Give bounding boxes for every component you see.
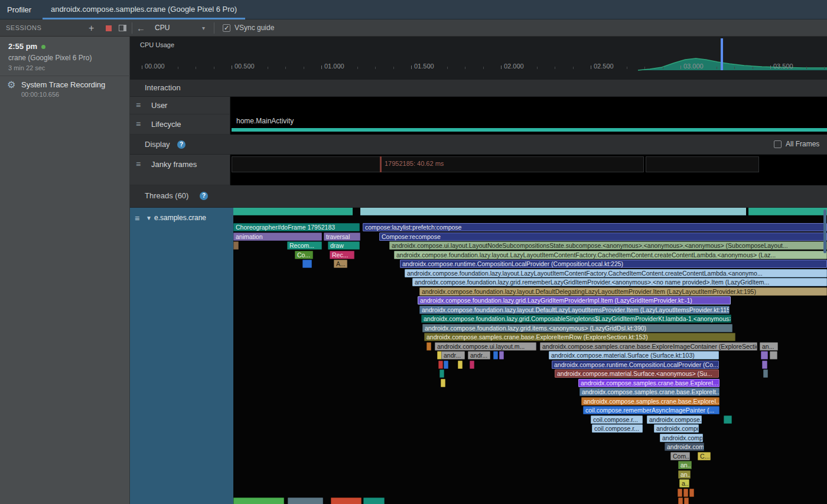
flame-bar[interactable]: Choreographer#doFrame 17952183	[233, 223, 360, 231]
flame-bar[interactable]: Compose:recompose	[379, 233, 827, 241]
all-frames-checkbox[interactable]	[774, 140, 782, 148]
flame-bar[interactable]: androidx.compose.ui.layout.m...	[435, 342, 536, 351]
flame-bar[interactable]: draw	[328, 241, 360, 250]
flame-bar[interactable]: androidx.compose.foundation.lazy.layout.…	[419, 306, 730, 314]
cpu-dropdown[interactable]: CPU	[155, 19, 170, 37]
flame-bar-small[interactable]	[439, 369, 444, 378]
flame-bar[interactable]: androidx.compose.foundation.lazy.layout.…	[394, 251, 827, 259]
thread-label-panel-selected[interactable]: ≡ ▼ e.samples.crane	[130, 208, 233, 504]
flame-bar[interactable]: a...	[679, 479, 689, 487]
flame-bar[interactable]: andr...	[441, 351, 465, 359]
flame-bar[interactable]: androidx.compo...	[654, 424, 699, 433]
flame-bar[interactable]: androidx.compose.samples.crane.base.Expl…	[578, 379, 719, 387]
flame-ruler-segment[interactable]	[233, 208, 353, 215]
flame-bar[interactable]: androidx.compose.u...	[647, 415, 702, 424]
flame-bar-small[interactable]	[302, 260, 312, 268]
flame-bar[interactable]: androidx.compose.foundation.lazy.grid.it…	[422, 324, 732, 332]
add-session-button[interactable]: +	[89, 19, 94, 37]
recording-title[interactable]: System Trace Recording	[21, 80, 105, 89]
flame-bar-small[interactable]	[684, 498, 689, 504]
lifecycle-event-bar[interactable]	[232, 128, 827, 132]
flame-chart[interactable]: Choreographer#doFrame 17952183compose:la…	[233, 208, 827, 504]
vertical-scrollbar[interactable]	[823, 210, 826, 253]
flame-bar[interactable]: androidx.compose.samples.crane.base.Expl…	[581, 397, 719, 405]
janky-track-label-cell[interactable]: ≡ Janky frames	[130, 155, 230, 185]
help-icon[interactable]: ?	[177, 140, 185, 149]
flame-bar[interactable]: androidx.compose.foundation.lazy.grid.La…	[418, 296, 731, 305]
flame-ruler-segment[interactable]	[360, 208, 746, 215]
flame-bar[interactable]: coil.compose.r...	[592, 424, 643, 433]
flame-bar-small[interactable]	[233, 498, 284, 504]
flame-bar-small[interactable]	[233, 241, 239, 250]
drag-handle-icon[interactable]: ≡	[136, 159, 141, 169]
flame-bar-small[interactable]	[683, 489, 688, 497]
flame-bar[interactable]: androidx.compose.runtime.CompositionLoca…	[400, 260, 827, 268]
session-tab[interactable]: androidx.compose.samples.crane (Google P…	[43, 0, 245, 19]
flame-bar[interactable]: androidx.compose.foundation.lazy.grid.re…	[412, 278, 827, 286]
drag-handle-icon[interactable]: ≡	[135, 214, 139, 223]
vsync-checkbox[interactable]: ✓	[223, 24, 230, 32]
flame-bar-small[interactable]	[288, 498, 323, 504]
flame-bar-small[interactable]	[770, 351, 777, 359]
flame-bar-small[interactable]	[689, 489, 694, 497]
flame-bar-small[interactable]	[441, 379, 445, 387]
flame-bar-small[interactable]	[331, 498, 362, 504]
flame-bar[interactable]: andr...	[468, 351, 490, 359]
flame-bar-small[interactable]	[762, 361, 767, 369]
flame-bar-small[interactable]	[499, 351, 504, 359]
flame-bar-small[interactable]	[763, 369, 768, 378]
session-time[interactable]: 2:55 pm	[8, 42, 45, 51]
flame-bar[interactable]: C...	[698, 452, 711, 460]
flame-bar-small[interactable]	[458, 361, 463, 369]
collapse-arrow-icon[interactable]: ▼	[146, 215, 152, 221]
flame-bar[interactable]: compose:lazylist:prefetch:compose	[363, 223, 827, 231]
flame-bar[interactable]: androidx.compose.runtime.CompositionLoca…	[552, 361, 719, 369]
flame-bar[interactable]: Com...	[670, 452, 690, 460]
janky-frame-marker[interactable]	[380, 156, 382, 172]
flame-ruler-segment[interactable]	[748, 208, 827, 215]
drag-handle-icon[interactable]: ≡	[136, 119, 141, 129]
flame-bar[interactable]: traversal	[324, 233, 360, 241]
flame-bar-small[interactable]	[444, 361, 448, 369]
back-arrow-icon[interactable]: ←	[136, 19, 145, 37]
flame-bar-small[interactable]	[678, 498, 683, 504]
stop-recording-icon[interactable]	[106, 25, 112, 31]
flame-bar[interactable]: animation	[233, 233, 322, 241]
cpu-usage-track[interactable]: CPU Usage 00.00000.50001.00001.50002.000…	[130, 37, 827, 80]
flame-bar-small[interactable]	[426, 342, 431, 351]
flame-bar-small[interactable]	[493, 351, 498, 359]
flame-bar[interactable]: Rec...	[330, 251, 354, 259]
flame-bar[interactable]: androidx.compose.samples.crane.base.Expl…	[579, 388, 719, 396]
flame-bar-small[interactable]	[761, 351, 768, 359]
frame-bar[interactable]	[646, 156, 759, 172]
flame-bar[interactable]: androidx.compose.samples.crane.base.Expl…	[540, 342, 757, 351]
flame-bar-small[interactable]	[724, 415, 732, 424]
toggle-panel-icon[interactable]	[119, 25, 126, 31]
flame-bar[interactable]: androidx.compose.foundation.lazy.layout.…	[405, 269, 827, 277]
chevron-down-icon[interactable]: ▾	[202, 19, 205, 37]
lifecycle-track-label-cell[interactable]: ≡ Lifecycle	[130, 114, 230, 135]
flame-bar[interactable]: androidx.com...	[665, 443, 704, 451]
flame-bar[interactable]: Recom...	[287, 241, 322, 250]
flame-bar[interactable]: A...	[334, 260, 347, 268]
flame-bar[interactable]: coil.compose.rememberAsyncImagePainter (…	[583, 406, 719, 414]
help-icon[interactable]: ?	[200, 192, 208, 200]
flame-bar[interactable]: androidx.compose.ui.layout.LayoutNodeSub…	[389, 241, 827, 250]
flame-bar[interactable]: coil.compose.r...	[591, 415, 643, 424]
flame-bar[interactable]: an...	[760, 342, 778, 351]
flame-bar[interactable]: androidx.compose.material.Surface.<anony…	[555, 369, 719, 378]
flame-bar[interactable]: an...	[678, 461, 692, 469]
flame-bar-small[interactable]	[678, 489, 682, 497]
flame-bar[interactable]: androidx.compose.material.Surface (Surfa…	[549, 351, 719, 359]
drag-handle-icon[interactable]: ≡	[136, 100, 141, 110]
flame-bar[interactable]: Co...	[295, 251, 313, 259]
flame-bar[interactable]: androidx.compose.foundation.lazy.grid.Co…	[421, 315, 731, 323]
flame-bar[interactable]: androidx.compose.samples.crane.base.Expl…	[424, 333, 735, 341]
flame-bar-small[interactable]	[470, 361, 474, 369]
flame-bar[interactable]: an...	[678, 470, 691, 479]
user-track-label-cell[interactable]: ≡ User	[130, 97, 230, 114]
flame-bar-small[interactable]	[363, 498, 385, 504]
flame-bar-small[interactable]	[438, 361, 443, 369]
flame-bar[interactable]: androidx.compose.foundation.lazy.layout.…	[419, 287, 827, 296]
flame-bar[interactable]: androidx.compo...	[660, 434, 703, 442]
